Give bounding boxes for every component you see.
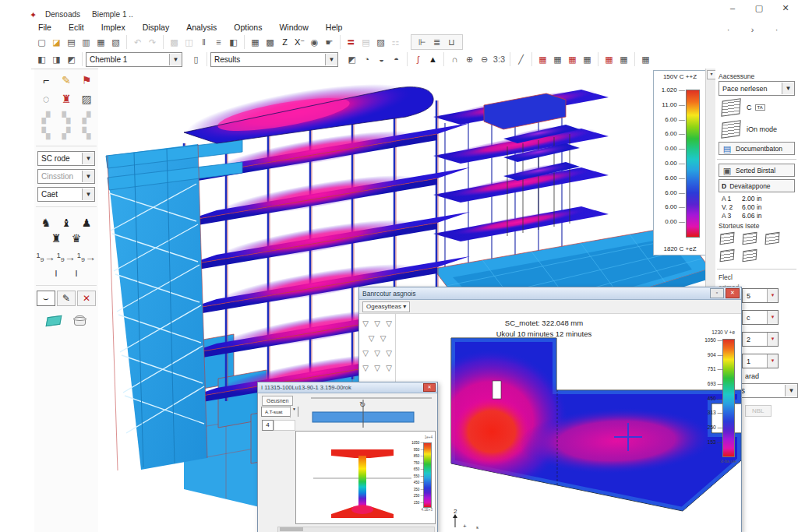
chevron-down-icon[interactable]: ▼: [782, 83, 794, 94]
print-icon[interactable]: ▥: [79, 36, 93, 48]
win2-combobox[interactable]: A.T-suat ▼: [261, 407, 298, 417]
section-down-icon[interactable]: ◒: [375, 53, 388, 65]
pace-combobox[interactable]: Pace nerlesen ▼: [719, 81, 795, 96]
filter-cone-icon[interactable]: ▽: [384, 348, 394, 358]
spinner-3[interactable]: 2 ▾: [742, 332, 779, 347]
caet-combobox[interactable]: Caet ▼: [37, 187, 95, 202]
copy-sheet-icon[interactable]: ▤: [359, 36, 373, 48]
ion-cube-icon[interactable]: [721, 120, 740, 139]
filter-x-icon[interactable]: X⁻: [293, 36, 306, 48]
devait-button[interactable]: D Devaitappone: [719, 179, 795, 192]
chevron-down-icon[interactable]: ▼: [169, 54, 182, 65]
menu-item[interactable]: Help: [319, 22, 350, 34]
import-icon[interactable]: ▤: [65, 36, 78, 48]
serted-button[interactable]: ▣ Serted Birstal: [719, 164, 795, 177]
win2-empty-field[interactable]: [274, 420, 295, 431]
frame-tool-icon[interactable]: ♜: [57, 91, 76, 107]
curve-tool-icon[interactable]: ʃ: [411, 53, 425, 65]
filter-cone-icon[interactable]: ▽: [378, 333, 388, 344]
chevron-down-icon[interactable]: ▼: [325, 54, 337, 65]
menu-item[interactable]: Options: [227, 22, 269, 34]
redo-icon[interactable]: ↷: [146, 36, 159, 48]
sc-node-combobox[interactable]: SC rode ▼: [37, 151, 95, 166]
clock-icon[interactable]: ◔: [360, 53, 373, 65]
new-window-icon[interactable]: ▯: [189, 53, 203, 65]
zoom-in-icon[interactable]: ⊕: [463, 53, 476, 65]
dock-left-icon[interactable]: ⊩: [415, 36, 429, 48]
spinner-4[interactable]: 1 ▾: [742, 354, 779, 368]
save-icon[interactable]: ▦: [94, 36, 108, 48]
marker-icon[interactable]: ı: [67, 265, 86, 280]
spinner-1[interactable]: 5 ▾: [742, 288, 779, 303]
filter-cone-icon[interactable]: ▽: [384, 319, 394, 329]
delete-tool-button[interactable]: ✕: [77, 291, 96, 306]
render-mode-icon[interactable]: ◩: [345, 53, 358, 65]
win1-close-button[interactable]: ✕: [726, 288, 740, 298]
menu-item[interactable]: Eclit: [62, 22, 91, 34]
menu-item[interactable]: Implex: [94, 22, 132, 34]
win2-titlebar[interactable]: I 11315-100Lu13-90-1 3.159-00rok ✕: [258, 382, 437, 393]
copy-icon[interactable]: ◧: [227, 36, 240, 48]
curve-tool-button[interactable]: ⌣: [37, 291, 55, 306]
storey-cube-icon[interactable]: [743, 249, 757, 262]
select-hand-icon[interactable]: ☛: [323, 36, 336, 48]
line-tool-icon[interactable]: ╱: [514, 53, 528, 65]
chevron-down-icon[interactable]: ▼: [290, 406, 298, 417]
filter-cone-icon[interactable]: ▽: [361, 363, 371, 373]
storey-cube-icon[interactable]: [720, 232, 735, 245]
section-next-icon[interactable]: ◓: [390, 53, 403, 65]
storey-cube-icon[interactable]: [743, 232, 757, 245]
group-icon[interactable]: ♞: [37, 215, 55, 231]
tool-icon[interactable]: ▞: [77, 110, 96, 125]
tray-icon[interactable]: ⊔: [445, 36, 458, 48]
red-lines-icon[interactable]: 〓: [344, 36, 358, 48]
storey-cube-icon[interactable]: [720, 249, 735, 262]
flow-step-icon[interactable]: ¹₉→: [77, 249, 96, 265]
minimize-button[interactable]: –: [726, 3, 739, 13]
result-table-icon[interactable]: ▦: [536, 53, 549, 65]
nbl-button[interactable]: NBL: [745, 405, 772, 417]
table-icon[interactable]: ▦: [249, 36, 262, 48]
report-table-icon[interactable]: ▦: [602, 53, 616, 65]
project-combobox[interactable]: Chemble 1 ▼: [86, 52, 182, 67]
spinner-dropdown-icon[interactable]: ▾: [767, 311, 778, 324]
win2-scrollbar[interactable]: [277, 527, 435, 532]
undo-icon[interactable]: ↶: [131, 36, 144, 48]
spinner-dropdown-icon[interactable]: ▾: [767, 333, 778, 346]
levels-icon[interactable]: ≡: [212, 36, 225, 48]
list-view-icon[interactable]: ≣: [430, 36, 443, 48]
lasso-tool-icon[interactable]: ◌: [37, 91, 55, 107]
paste-icon[interactable]: ◫: [182, 36, 196, 48]
win1-canvas[interactable]: SC_motet: 322.048 mm Ukoul 10 minutes 12…: [396, 314, 741, 532]
pen-tool-icon[interactable]: ✎: [57, 72, 76, 88]
arc-icon[interactable]: ∩: [448, 53, 461, 65]
storey-cube-icon[interactable]: [765, 232, 780, 245]
chevron-down-icon[interactable]: ▼: [82, 171, 94, 182]
tool-icon[interactable]: ▚: [37, 125, 55, 141]
pencil-tool-button[interactable]: ✎: [57, 291, 76, 306]
win2-options-button[interactable]: Geusnen: [262, 396, 293, 406]
view-split-left-icon[interactable]: ◧: [35, 53, 48, 65]
filter-cone-icon[interactable]: ▽: [373, 348, 383, 358]
filter-cone-icon[interactable]: ▽: [373, 363, 383, 373]
cinsstion-combobox[interactable]: Cinsstion ▼: [37, 169, 95, 184]
new-file-icon[interactable]: ▢: [35, 36, 48, 48]
result-table-icon[interactable]: ▦: [581, 53, 594, 65]
spinner-2[interactable]: c ▾: [742, 310, 779, 325]
menu-item[interactable]: Window: [272, 22, 315, 34]
nav-dot-icon[interactable]: ·: [770, 23, 783, 36]
filter-cone-icon[interactable]: ▽: [373, 319, 383, 329]
pause-icon[interactable]: ‖: [197, 36, 210, 48]
group-icon[interactable]: ♝: [57, 215, 76, 231]
flow-step-icon[interactable]: ¹₉→: [57, 249, 76, 265]
close-button[interactable]: ✕: [779, 3, 792, 13]
view-split-right-icon[interactable]: ◨: [50, 53, 63, 65]
win1-minimize-button[interactable]: ▫: [710, 288, 724, 298]
tool-icon[interactable]: ▞: [37, 110, 55, 125]
result-table-icon[interactable]: ▦: [551, 53, 564, 65]
win2-number-field[interactable]: 4: [262, 420, 274, 431]
menu-item[interactable]: Display: [136, 22, 176, 34]
filter-cone-icon[interactable]: ▽: [384, 363, 394, 373]
spinner-dropdown-icon[interactable]: ▾: [767, 289, 778, 302]
results-combobox[interactable]: Results ▼: [210, 52, 338, 67]
